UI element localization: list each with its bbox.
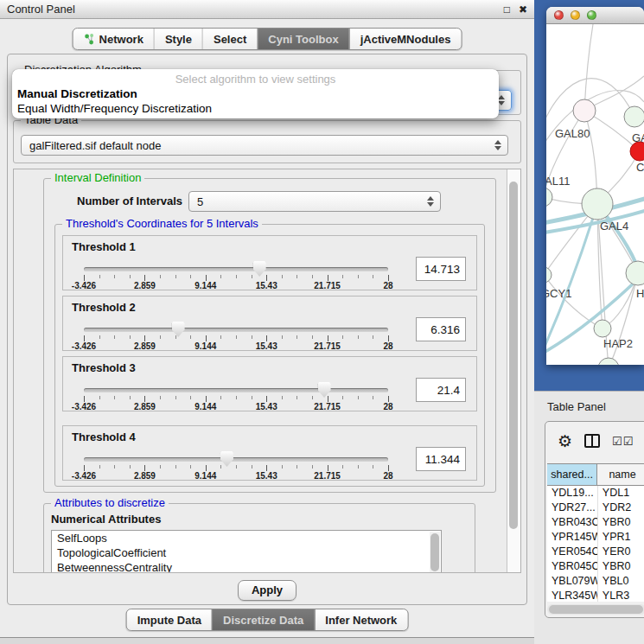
dropdown-hint-item[interactable]: Select algorithm to view settings	[12, 72, 499, 86]
tab-label: Select	[214, 33, 246, 46]
tick-mark	[160, 465, 161, 469]
slider-track[interactable]	[84, 388, 388, 392]
table-row[interactable]: YDR27...YDR2	[547, 501, 644, 515]
threshold-value-field[interactable]: 21.4	[416, 378, 466, 402]
tick-mark	[312, 396, 313, 399]
tick-mark	[99, 275, 100, 278]
tab-jactivemnodules[interactable]: jActiveMNodules	[349, 29, 462, 49]
tick-mark	[328, 335, 328, 341]
table-row[interactable]: YBL079WYBL0	[547, 574, 644, 589]
cyni-toolbox-panel: Discretization Algorithm Table Data galF…	[7, 54, 527, 605]
tick-mark	[266, 465, 267, 471]
tab-impute-data[interactable]: Impute Data	[127, 609, 212, 630]
tick-mark	[388, 335, 389, 341]
slider-track[interactable]	[84, 328, 388, 332]
gear-icon[interactable]: ⚙	[558, 433, 572, 450]
tab-label: Discretize Data	[223, 614, 303, 627]
table-data-select[interactable]: galFiltered.sif default node	[21, 135, 508, 156]
cell-shared-name: YDL19...	[547, 486, 597, 501]
tab-discretize-data[interactable]: Discretize Data	[212, 609, 314, 630]
apply-button[interactable]: Apply	[238, 580, 296, 601]
threshold-value-field[interactable]: 14.713	[416, 257, 466, 281]
cell-name: YDR2	[597, 501, 644, 515]
network-canvas[interactable]: GAL80GACGAL11GAL4GCY1HHAP2	[546, 24, 644, 365]
table-row[interactable]: YPR145WYPR1	[547, 530, 644, 545]
tick-mark	[130, 465, 131, 469]
cell-shared-name: YER054C	[547, 545, 597, 559]
attribute-items: SelfLoopsTopologicalCoefficientBetweenne…	[52, 531, 441, 573]
table-horizontal-scrollbar[interactable]	[547, 604, 644, 615]
network-node[interactable]	[582, 188, 613, 220]
network-node[interactable]	[573, 99, 596, 122]
cell-name: YBR0	[597, 559, 644, 574]
table-row[interactable]: YBR045CYBR0	[547, 559, 644, 574]
network-node[interactable]	[546, 188, 552, 207]
column-header-shared-name[interactable]: shared...	[547, 464, 597, 485]
combo-arrows-icon	[494, 140, 501, 150]
slider-track[interactable]	[84, 267, 388, 271]
tick-mark	[282, 465, 283, 469]
select-columns-checkboxes-icon[interactable]: ☑☑	[612, 435, 634, 448]
node-table[interactable]: shared... name YDL19...YDL1YDR27...YDR2Y…	[547, 463, 644, 602]
tick-label: 21.715	[314, 402, 341, 411]
tick-mark	[160, 335, 161, 339]
cell-name: YBL0	[597, 574, 644, 589]
slider-track[interactable]	[84, 457, 388, 462]
tick-mark	[206, 465, 207, 471]
split-columns-icon[interactable]	[584, 434, 600, 448]
minimize-traffic-light-icon[interactable]	[571, 10, 580, 20]
numerical-attributes-label: Numerical Attributes	[51, 513, 161, 526]
list-item[interactable]: SelfLoops	[52, 531, 441, 545]
close-window-icon[interactable]: ✖	[519, 4, 527, 15]
list-item[interactable]: TopologicalCoefficient	[52, 545, 441, 560]
tab-infer-network[interactable]: Infer Network	[314, 609, 407, 630]
table-toolbar: ⚙ ☑☑	[545, 422, 644, 460]
tick-mark	[236, 275, 237, 278]
node-label: GCY1	[546, 287, 571, 300]
tab-label: Infer Network	[325, 614, 397, 627]
tick-label: -3.426	[72, 281, 96, 290]
tab-select[interactable]: Select	[202, 29, 257, 49]
dropdown-item[interactable]: Equal Width/Frequency Discretization	[12, 101, 499, 116]
tab-label: Impute Data	[137, 614, 201, 627]
network-node[interactable]	[546, 267, 552, 283]
close-traffic-light-icon[interactable]	[554, 10, 564, 20]
threshold-value-field[interactable]: 6.316	[416, 317, 466, 341]
algorithm-dropdown-popup: Select algorithm to view settings Manual…	[12, 69, 499, 118]
network-icon	[84, 33, 95, 45]
tick-mark	[220, 275, 221, 278]
dropdown-item[interactable]: Manual Discretization	[12, 86, 499, 101]
settings-vertical-scrollbar[interactable]	[507, 169, 520, 572]
network-node[interactable]	[598, 358, 619, 365]
slider-tick-labels: -3.4262.8599.14415.4321.71528	[84, 471, 388, 480]
tick-label: 21.715	[314, 341, 341, 351]
network-node[interactable]	[626, 261, 644, 285]
zoom-traffic-light-icon[interactable]	[587, 10, 596, 20]
attributes-list-scrollbar[interactable]	[430, 532, 440, 573]
tick-mark	[84, 465, 85, 471]
numerical-attributes-list[interactable]: SelfLoopsTopologicalCoefficientBetweenne…	[51, 530, 442, 573]
tick-label: 15.43	[256, 341, 277, 351]
network-node[interactable]	[624, 106, 644, 127]
float-window-icon[interactable]: □	[504, 4, 510, 15]
list-item[interactable]: BetweennessCentrality	[52, 560, 441, 573]
number-of-intervals-label: Number of Intervals	[77, 194, 182, 207]
table-row[interactable]: YLR345WYLR3	[547, 589, 644, 602]
tab-style[interactable]: Style	[154, 29, 202, 49]
tab-network[interactable]: Network	[73, 29, 154, 49]
threshold-value-field[interactable]: 11.344	[416, 447, 466, 471]
table-row[interactable]: YER054CYER0	[547, 545, 644, 559]
network-node[interactable]	[594, 320, 611, 337]
tick-label: 28	[383, 281, 392, 290]
number-of-intervals-select[interactable]: 5	[188, 191, 441, 212]
tick-mark	[252, 275, 252, 278]
table-row[interactable]: YDL19...YDL1	[547, 486, 644, 501]
column-header-name[interactable]: name	[597, 464, 644, 485]
tick-mark	[312, 275, 313, 278]
tick-mark	[358, 335, 359, 339]
tab-cyni-toolbox[interactable]: Cyni Toolbox	[257, 29, 348, 49]
table-row[interactable]: YBR043CYBR0	[547, 515, 644, 530]
number-of-intervals-value: 5	[197, 195, 421, 208]
table-header-row: shared... name	[547, 463, 644, 486]
cell-name: YBR0	[597, 515, 644, 530]
